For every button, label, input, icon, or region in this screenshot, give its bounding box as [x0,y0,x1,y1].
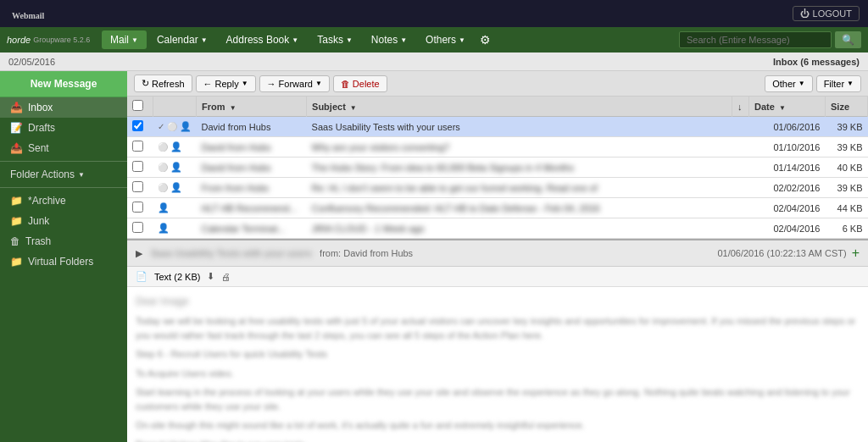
row-subject: JIRA CLOUD - 1 Week ago [307,218,732,239]
row-from: David from Hubs [197,157,307,178]
row-date: 01/10/2016 [749,137,826,157]
from-sort-icon: ▼ [230,104,236,112]
other-caret-icon: ▼ [798,80,805,87]
row-status-icon: ⚪ 👤 [158,183,182,192]
virtual-folders-icon: 📁 [10,256,23,268]
table-row[interactable]: ✓ ⚪ 👤 David from Hubs Saas Usability Tes… [127,117,868,137]
row-status-icon: ⚪ 👤 [158,142,182,152]
settings-icon[interactable]: ⚙ [480,33,491,47]
forward-button[interactable]: → Forward ▼ [259,75,330,92]
sub-header: 02/05/2016 Inbox (6 messages) [0,52,868,71]
col-check [127,97,153,117]
new-message-button[interactable]: New Message [0,71,127,97]
sidebar-item-sent[interactable]: 📤 Sent [0,138,127,158]
refresh-button[interactable]: ↻ Refresh [134,75,192,92]
row-subject: Re: Hi, I don't seem to be able to get o… [307,178,732,198]
subject-sort-icon: ▼ [350,104,357,112]
preview-expand-button[interactable]: + [852,246,860,261]
mail-caret-icon: ▼ [131,36,138,44]
sidebar-item-archive[interactable]: 📁 *Archive [0,191,127,211]
archive-icon: 📁 [10,195,23,207]
nav-calendar[interactable]: Calendar ▼ [148,30,216,49]
top-bar: Webmail ⏻ LOGOUT [0,0,868,27]
reply-button[interactable]: ← Reply ▼ [196,75,256,92]
sidebar-item-trash[interactable]: 🗑 Trash [0,231,127,251]
print-icon[interactable]: 🖨 [221,272,231,282]
search-button[interactable]: 🔍 [835,31,861,48]
preview-paragraph: To Acquire Users video. [136,367,860,381]
delete-button[interactable]: 🗑 Delete [333,75,387,92]
row-size: 39 KB [826,178,868,198]
horde-version: Groupware 5.2.6 [33,36,90,44]
search-bar: 🔍 [679,31,861,48]
row-size: 44 KB [826,198,868,218]
row-status-icon: 👤 [158,224,170,233]
row-subject: Why are your visitors converting? [307,137,732,157]
col-status [153,97,197,117]
trash-icon: 🗑 [10,235,20,247]
row-from: David from Hubs [197,137,307,157]
row-status-icon: ⚪ 👤 [158,163,182,172]
tasks-caret-icon: ▼ [346,36,353,44]
nav-mail[interactable]: Mail ▼ [102,30,147,49]
nav-others[interactable]: Others ▼ [417,30,474,49]
table-row[interactable]: ⚪ 👤 David from Hubs The Hubs Story: From… [127,157,868,178]
reply-icon: ← [203,79,213,89]
email-table-body: ✓ ⚪ 👤 David from Hubs Saas Usability Tes… [127,117,868,239]
col-size[interactable]: Size [826,97,868,117]
row-expand [732,218,749,239]
nav-notes[interactable]: Notes ▼ [363,30,415,49]
email-table-header: From ▼ Subject ▼ ↓ Date ▼ Size [127,97,868,117]
row-checkbox[interactable] [132,120,143,131]
filter-button[interactable]: Filter ▼ [816,75,861,92]
folder-actions-button[interactable]: Folder Actions ▼ [0,164,127,185]
row-checkbox-cell [127,117,153,137]
row-expand [732,157,749,178]
nav-tasks[interactable]: Tasks ▼ [309,30,361,49]
preview-from: from: David from Hubs [320,248,413,258]
junk-icon: 📁 [10,215,23,227]
row-checkbox[interactable] [132,222,143,233]
row-expand [732,178,749,198]
col-subject[interactable]: Subject ▼ [307,97,732,117]
download-icon[interactable]: ⬇ [207,271,214,282]
logout-button[interactable]: ⏻ LOGOUT [793,6,860,21]
other-button[interactable]: Other ▼ [765,75,812,92]
sidebar-item-virtual-folders[interactable]: 📁 Virtual Folders [0,251,127,272]
preview-attachments: 📄 Text (2 KB) ⬇ 🖨 [127,267,868,287]
row-date: 02/02/2016 [749,178,826,198]
table-row[interactable]: ⚪ 👤 From from Hubs Re: Hi, I don't seem … [127,178,868,198]
col-date[interactable]: Date ▼ [749,97,826,117]
row-from: From from Hubs [197,178,307,198]
row-checkbox[interactable] [132,161,143,172]
row-checkbox[interactable] [132,141,143,152]
filter-caret-icon: ▼ [847,80,854,87]
sidebar-item-drafts[interactable]: 📝 Drafts [0,118,127,138]
row-date: 02/04/2016 [749,198,826,218]
sidebar-item-inbox[interactable]: 📥 Inbox [0,97,127,118]
preview-paragraph: Today we will be looking at free usabili… [136,314,860,342]
table-row[interactable]: ⚪ 👤 David from Hubs Why are your visitor… [127,137,868,157]
col-from[interactable]: From ▼ [197,97,307,117]
table-row[interactable]: 👤 Calendar Terminat... JIRA CLOUD - 1 We… [127,218,868,239]
row-checkbox[interactable] [132,202,143,213]
row-subject: Confluencey Recommended: HLT HB to Date … [307,198,732,218]
row-expand [732,137,749,157]
sidebar-item-junk[interactable]: 📁 Junk [0,211,127,231]
select-all-checkbox[interactable] [132,100,143,111]
row-icons: ⚪ 👤 [153,178,197,198]
row-checkbox-cell [127,157,153,178]
nav-address-book[interactable]: Address Book ▼ [218,30,308,49]
row-date: 02/04/2016 [749,218,826,239]
preview-header: ▶ Saas Usability Tests with your users f… [127,240,868,267]
table-row[interactable]: 👤 HLT HB Recommend... Confluencey Recomm… [127,198,868,218]
preview-expand-icon[interactable]: ▶ [136,248,142,259]
row-size: 6 KB [826,218,868,239]
row-checkbox[interactable] [132,181,143,192]
search-input[interactable] [679,31,832,48]
attachment-label: Text (2 KB) [154,272,200,282]
forward-caret-icon: ▼ [315,80,322,87]
row-subject: Saas Usability Tests with your users [307,117,732,137]
preview-greeting: Dear Image [136,296,860,307]
email-preview: ▶ Saas Usability Tests with your users f… [127,239,868,442]
